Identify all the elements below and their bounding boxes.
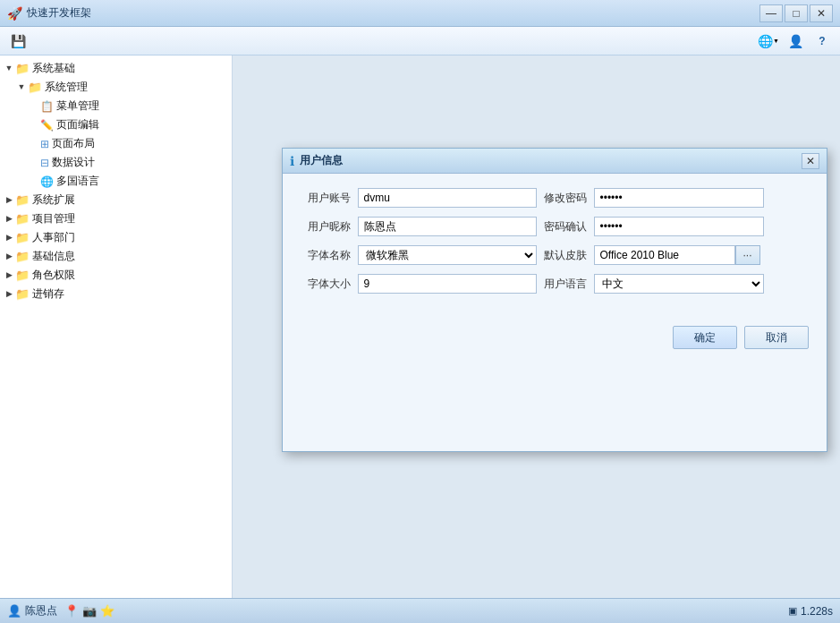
status-user-icon: 👤 (7, 604, 21, 618)
globe-nav-icon: 🌐 (758, 34, 773, 48)
status-star-icon: ⭐ (100, 604, 115, 618)
status-box-icon: ▣ (788, 605, 797, 617)
dialog-close-icon: ✕ (806, 155, 815, 167)
cancel-button[interactable]: 取消 (744, 326, 809, 349)
sidebar-item-页面编辑[interactable]: ✏️ 页面编辑 (0, 115, 232, 134)
toolbar: 💾 🌐 ▼ 👤 ? (0, 27, 840, 55)
sidebar-item-项目管理[interactable]: ▶ 📁 项目管理 (0, 209, 232, 228)
folder-icon-系统扩展: 📁 (15, 193, 30, 207)
folder-icon-项目管理: 📁 (15, 212, 30, 226)
skin-browse-button[interactable]: ··· (735, 245, 760, 265)
sidebar-item-人事部门[interactable]: ▶ 📁 人事部门 (0, 228, 232, 247)
label-人事部门: 人事部门 (32, 230, 75, 245)
data-icon-数据设计: ⊟ (40, 157, 49, 169)
confirm-input[interactable] (594, 217, 764, 236)
username-input[interactable] (358, 188, 537, 208)
maximize-icon: □ (793, 7, 799, 20)
password-input[interactable] (594, 188, 764, 208)
user-avatar-button[interactable]: 👤 (783, 30, 808, 52)
help-button[interactable]: ? (810, 30, 835, 52)
dialog-overlay: ℹ 用户信息 ✕ 用户账号 修改密码 (233, 55, 840, 598)
arrow-基础信息: ▶ (4, 252, 14, 262)
sidebar-item-基础信息[interactable]: ▶ 📁 基础信息 (0, 247, 232, 266)
skin-value: Office 2010 Blue (594, 245, 735, 265)
form-row-nickname: 用户昵称 密码确认 (301, 217, 809, 236)
maximize-button[interactable]: □ (785, 4, 808, 22)
dialog-info-icon: ℹ (290, 154, 294, 168)
help-icon: ? (819, 35, 825, 47)
minimize-button[interactable]: — (759, 4, 783, 22)
label-系统管理: 系统管理 (45, 80, 88, 95)
form-row-username: 用户账号 修改密码 (301, 188, 809, 208)
label-项目管理: 项目管理 (32, 211, 75, 226)
title-bar: 🚀 快速开发框架 — □ ✕ (0, 0, 840, 27)
save-icon: 💾 (11, 34, 26, 48)
globe-icon-多国语言: 🌐 (40, 175, 54, 188)
language-select[interactable]: 中文 English (594, 274, 764, 294)
status-extra-icons: 📍 📷 ⭐ (64, 604, 115, 618)
dialog-title: 用户信息 (300, 153, 802, 168)
folder-icon-基础信息: 📁 (15, 250, 30, 263)
label-页面布局: 页面布局 (52, 136, 95, 151)
pen-icon-页面编辑: ✏️ (40, 119, 54, 132)
arrow-进销存: ▶ (4, 289, 14, 300)
arrow-系统基础: ▼ (4, 64, 14, 74)
status-pin-icon: 📍 (64, 604, 79, 618)
arrow-系统扩展: ▶ (4, 195, 14, 206)
label-页面编辑: 页面编辑 (56, 117, 99, 132)
fontsize-input[interactable] (358, 274, 537, 294)
main-layout: ▼ 📁 系统基础 ▼ 📁 系统管理 📋 菜单管理 ✏️ 页面编辑 ⊞ 页面布 (0, 55, 840, 598)
arrow-菜单管理 (29, 101, 39, 112)
sidebar-item-系统扩展[interactable]: ▶ 📁 系统扩展 (0, 191, 232, 209)
fontname-select[interactable]: 微软雅黑 宋体 黑体 (358, 245, 537, 265)
sidebar-item-系统管理[interactable]: ▼ 📁 系统管理 (0, 78, 232, 97)
folder-icon-系统基础: 📁 (15, 62, 30, 75)
arrow-数据设计 (29, 158, 39, 168)
label-多国语言: 多国语言 (56, 174, 99, 189)
fontsize-label: 字体大小 (301, 277, 351, 292)
label-菜单管理: 菜单管理 (56, 98, 99, 114)
sidebar-item-系统基础[interactable]: ▼ 📁 系统基础 (0, 59, 232, 78)
sidebar-item-多国语言[interactable]: 🌐 多国语言 (0, 172, 232, 191)
close-button[interactable]: ✕ (810, 4, 833, 22)
sidebar-item-角色权限[interactable]: ▶ 📁 角色权限 (0, 266, 232, 285)
nickname-input[interactable] (358, 217, 537, 236)
password-label: 修改密码 (544, 191, 587, 206)
sidebar-item-进销存[interactable]: ▶ 📁 进销存 (0, 285, 232, 303)
language-label: 用户语言 (544, 277, 587, 292)
arrow-多国语言 (29, 176, 39, 187)
toolbar-right: 🌐 ▼ 👤 ? (756, 30, 835, 52)
folder-icon-人事部门: 📁 (15, 231, 30, 244)
dialog-body: 用户账号 修改密码 用户昵称 密码确认 字体名称 (283, 174, 827, 317)
label-角色权限: 角色权限 (32, 268, 75, 283)
label-进销存: 进销存 (32, 286, 64, 302)
app-title: 快速开发框架 (27, 5, 759, 21)
skin-field: Office 2010 Blue ··· (594, 245, 760, 265)
dialog-close-button[interactable]: ✕ (802, 153, 819, 169)
sidebar-item-菜单管理[interactable]: 📋 菜单管理 (0, 97, 232, 115)
arrow-down-icon: ▼ (773, 38, 779, 44)
sidebar-item-数据设计[interactable]: ⊟ 数据设计 (0, 153, 232, 172)
label-基础信息: 基础信息 (32, 249, 75, 264)
skin-label: 默认皮肤 (544, 248, 587, 263)
minimize-icon: — (766, 7, 776, 20)
fontname-label: 字体名称 (301, 248, 351, 263)
folder-icon-角色权限: 📁 (15, 269, 30, 282)
status-camera-icon: 📷 (82, 604, 97, 618)
status-bar: 👤 陈恩点 📍 📷 ⭐ ▣ 1.228s (0, 598, 840, 623)
save-button[interactable]: 💾 (5, 30, 30, 52)
arrow-系统管理: ▼ (16, 82, 27, 93)
confirm-button[interactable]: 确定 (673, 326, 737, 349)
app-icon: 🚀 (7, 6, 21, 21)
arrow-页面布局 (29, 139, 39, 149)
nickname-label: 用户昵称 (301, 219, 351, 235)
nav-button[interactable]: 🌐 ▼ (756, 30, 781, 52)
sidebar-item-页面布局[interactable]: ⊞ 页面布局 (0, 134, 232, 153)
label-系统基础: 系统基础 (32, 61, 75, 76)
close-icon: ✕ (817, 7, 826, 20)
dialog-footer: 确定 取消 (283, 317, 827, 363)
avatar-icon: 👤 (788, 34, 803, 48)
arrow-页面编辑 (29, 120, 39, 131)
page-icon-菜单管理: 📋 (40, 100, 54, 113)
folder-icon-进销存: 📁 (15, 287, 30, 301)
